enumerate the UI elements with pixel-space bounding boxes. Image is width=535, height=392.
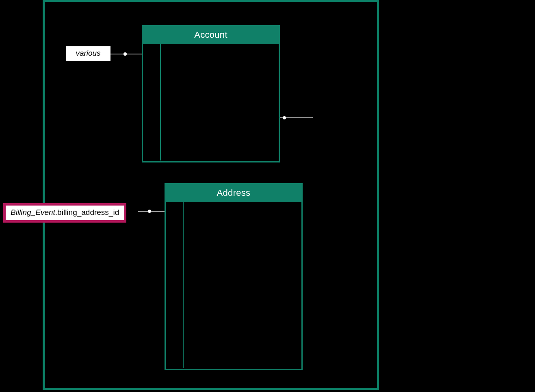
- entity-address-body: [166, 202, 301, 368]
- label-billing-event-prefix: Billing_Event: [11, 208, 55, 217]
- label-billing-event-suffix: .billing_address_id: [55, 208, 119, 217]
- label-various-text: various: [76, 49, 100, 57]
- entity-address[interactable]: Address: [165, 183, 303, 370]
- entity-address-title: Address: [166, 184, 301, 202]
- entity-account-title: Account: [143, 26, 279, 44]
- entity-account-key-column: [143, 44, 161, 160]
- diagram-canvas: Account Address various Billing_Event.bi…: [0, 0, 535, 392]
- label-various: various: [66, 46, 110, 61]
- entity-account[interactable]: Account: [142, 25, 280, 162]
- label-billing-event: Billing_Event.billing_address_id: [3, 203, 126, 223]
- entity-address-attr-column: [184, 202, 301, 368]
- entity-address-key-column: [166, 202, 184, 368]
- entity-account-attr-column: [161, 44, 279, 160]
- entity-account-body: [143, 44, 279, 160]
